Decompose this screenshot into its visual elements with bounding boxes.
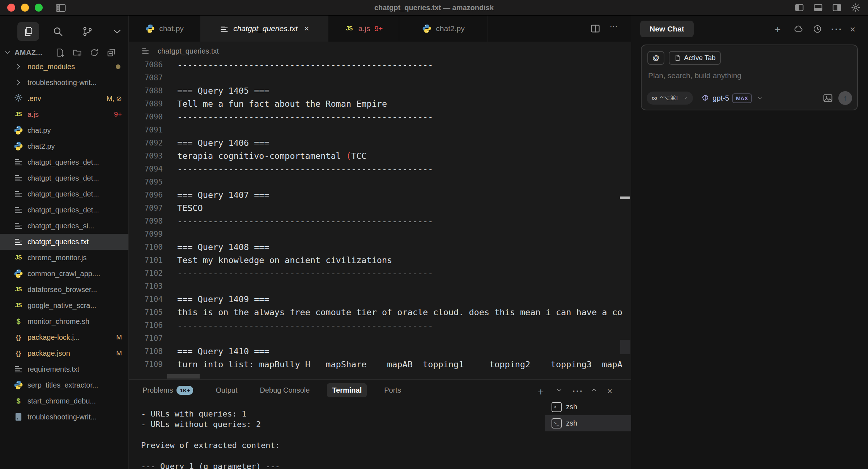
- history-icon[interactable]: [812, 24, 822, 34]
- vertical-scrollbar-thumb[interactable]: [620, 340, 630, 354]
- split-editor-icon[interactable]: [590, 23, 601, 34]
- file-item-chrome-monitor-js[interactable]: JSchrome_monitor.js: [0, 250, 128, 266]
- code-line-7093[interactable]: 7093terapia cognitivo-comportamental (TC…: [129, 149, 631, 162]
- activity-explorer-icon[interactable]: [17, 22, 39, 41]
- at-mention-chip[interactable]: @: [647, 51, 664, 65]
- code-line-7105[interactable]: 7105this is on the always free comoute t…: [129, 306, 631, 319]
- file-item-chat2-py[interactable]: chat2.py: [0, 138, 128, 154]
- close-tab-icon[interactable]: ×: [304, 24, 309, 34]
- code-line-7099[interactable]: 7099: [129, 228, 631, 241]
- file-item-chat-py[interactable]: chat.py: [0, 122, 128, 138]
- more-icon[interactable]: ···: [573, 386, 580, 394]
- code-line-7108[interactable]: 7108=== Query 1410 ===: [129, 345, 631, 358]
- toggle-left-panel-icon[interactable]: [793, 3, 805, 13]
- send-button[interactable]: ↑: [838, 91, 852, 105]
- code-line-7098[interactable]: 7098------------------------------------…: [129, 215, 631, 228]
- panel-tab-output[interactable]: Output: [210, 383, 242, 397]
- code-line-7097[interactable]: 7097TESCO: [129, 202, 631, 215]
- code-line-7088[interactable]: 7088=== Query 1405 ===: [129, 84, 631, 97]
- file-item-dataforseo-browser-[interactable]: JSdataforseo_browser...: [0, 282, 128, 297]
- chevron-down-icon[interactable]: [4, 48, 12, 56]
- gear-file-icon: [14, 94, 23, 103]
- code-line-7086[interactable]: 7086------------------------------------…: [129, 58, 631, 71]
- file-item-chatgpt-queries-txt[interactable]: chatgpt_queries.txt: [0, 234, 128, 250]
- code-line-7106[interactable]: 7106------------------------------------…: [129, 319, 631, 332]
- terminal-session-2[interactable]: >_zsh: [545, 415, 631, 431]
- code-line-7101[interactable]: 7101Test my knowledge on ancient civiliz…: [129, 254, 631, 267]
- tab-chat2-py[interactable]: chat2.py: [399, 16, 488, 42]
- file-item-common-crawl-app-[interactable]: common_crawl_app....: [0, 266, 128, 282]
- code-line-7103[interactable]: 7103: [129, 280, 631, 293]
- explorer-title[interactable]: AMAZ...: [14, 48, 42, 57]
- chevron-down-icon[interactable]: [555, 386, 563, 394]
- add-chat-icon[interactable]: +: [775, 24, 785, 34]
- more-icon[interactable]: ···: [831, 24, 841, 34]
- code-line-7092[interactable]: 7092=== Query 1406 ===: [129, 136, 631, 149]
- activity-search-icon[interactable]: [47, 22, 69, 41]
- file-item-chatgpt-queries-det-[interactable]: chatgpt_queries_det...: [0, 170, 128, 186]
- code-line-7109[interactable]: 7109turn into list: mapBully H mapShare …: [129, 358, 631, 371]
- tab-chatgpt-queries-txt[interactable]: chatgpt_queries.txt×: [201, 16, 328, 42]
- file-item-chatgpt-queries-det-[interactable]: chatgpt_queries_det...: [0, 186, 128, 202]
- model-picker[interactable]: gpt-5 MAX: [701, 93, 763, 103]
- file-item-requirements-txt[interactable]: requirements.txt: [0, 361, 128, 377]
- code-line-7091[interactable]: 7091: [129, 123, 631, 136]
- file-item-monitor-chrome-sh[interactable]: $monitor_chrome.sh: [0, 313, 128, 329]
- panel-tab-terminal[interactable]: Terminal: [327, 383, 367, 397]
- settings-gear-icon[interactable]: [850, 3, 861, 13]
- agent-mode-picker[interactable]: ∞ ^⌥⌘I: [647, 92, 693, 105]
- panel-tab-problems[interactable]: Problems1K+: [137, 383, 198, 398]
- code-line-7100[interactable]: 7100=== Query 1408 ===: [129, 241, 631, 254]
- chat-input-card[interactable]: @ Active Tab Plan, search, build anythin…: [641, 45, 858, 110]
- breadcrumb[interactable]: chatgpt_queries.txt: [141, 44, 219, 58]
- file-item-package-json[interactable]: {}package.jsonM: [0, 345, 128, 361]
- new-folder-icon[interactable]: [72, 48, 82, 58]
- collapse-all-icon[interactable]: [106, 48, 116, 58]
- code-line-7096[interactable]: 7096=== Query 1407 ===: [129, 189, 631, 202]
- code-line-7087[interactable]: 7087: [129, 71, 631, 84]
- file-item-package-lock-j-[interactable]: {}package-lock.j...M: [0, 329, 128, 345]
- file-item-serp-titles-extractor-[interactable]: serp_titles_extractor...: [0, 377, 128, 393]
- new-file-icon[interactable]: [55, 48, 65, 58]
- new-chat-tab[interactable]: New Chat: [640, 21, 694, 37]
- file-item-a-js[interactable]: JSa.js9+: [0, 106, 128, 122]
- file-item-chatgpt-queries-si-[interactable]: chatgpt_queries_si...: [0, 218, 128, 234]
- close-icon[interactable]: ×: [607, 386, 615, 394]
- file-item--env[interactable]: .envM, ⊘: [0, 90, 128, 106]
- folder-item-troubleshooting-writ-[interactable]: troubleshooting-writ...: [0, 75, 128, 90]
- panel-tab-ports[interactable]: Ports: [379, 383, 406, 397]
- toggle-right-panel-icon[interactable]: [831, 3, 843, 13]
- image-icon[interactable]: [822, 93, 833, 103]
- code-line-7102[interactable]: 7102------------------------------------…: [129, 267, 631, 280]
- tab-a-js[interactable]: JSa.js9+: [328, 16, 399, 42]
- code-line-7095[interactable]: 7095: [129, 176, 631, 189]
- folder-item-node-modules[interactable]: node_modules: [0, 59, 128, 75]
- file-item-google-native-scra-[interactable]: JSgoogle_native_scra...: [0, 297, 128, 313]
- panel-tab-debug-console[interactable]: Debug Console: [255, 383, 315, 397]
- chevron-up-icon[interactable]: [590, 386, 598, 394]
- editor[interactable]: chatgpt_queries.txt 7086----------------…: [129, 42, 631, 379]
- file-item-chatgpt-queries-det-[interactable]: chatgpt_queries_det...: [0, 154, 128, 170]
- close-icon[interactable]: ×: [850, 24, 860, 34]
- file-item-troubleshooting-writ-[interactable]: troubleshooting-writ...: [0, 409, 128, 425]
- file-item-chatgpt-queries-det-[interactable]: chatgpt_queries_det...: [0, 202, 128, 218]
- code-line-7107[interactable]: 7107: [129, 332, 631, 345]
- code-line-7104[interactable]: 7104=== Query 1409 ===: [129, 293, 631, 306]
- code-line-7094[interactable]: 7094------------------------------------…: [129, 162, 631, 176]
- cloud-icon[interactable]: [793, 24, 804, 34]
- refresh-icon[interactable]: [89, 48, 99, 58]
- terminal-session-1[interactable]: >_zsh: [545, 399, 631, 415]
- add-terminal-icon[interactable]: +: [538, 386, 546, 394]
- horizontal-scrollbar-thumb[interactable]: [167, 374, 200, 379]
- active-tab-chip[interactable]: Active Tab: [669, 51, 720, 65]
- toggle-bottom-panel-icon[interactable]: [812, 3, 824, 13]
- code-line-7089[interactable]: 7089Tell me a fun fact about the Roman E…: [129, 97, 631, 110]
- activity-chevron-down-icon[interactable]: [106, 22, 128, 41]
- activity-source-control-icon[interactable]: [77, 22, 98, 41]
- more-icon[interactable]: ···: [610, 23, 621, 34]
- file-item-start-chrome-debu-[interactable]: $start_chrome_debu...: [0, 393, 128, 409]
- terminal-output[interactable]: - URLs with queries: 1 - URLs without qu…: [141, 409, 515, 469]
- chat-input-placeholder[interactable]: Plan, search, build anything: [648, 71, 741, 80]
- code-line-7090[interactable]: 7090------------------------------------…: [129, 110, 631, 123]
- tab-chat-py[interactable]: chat.py: [129, 16, 201, 42]
